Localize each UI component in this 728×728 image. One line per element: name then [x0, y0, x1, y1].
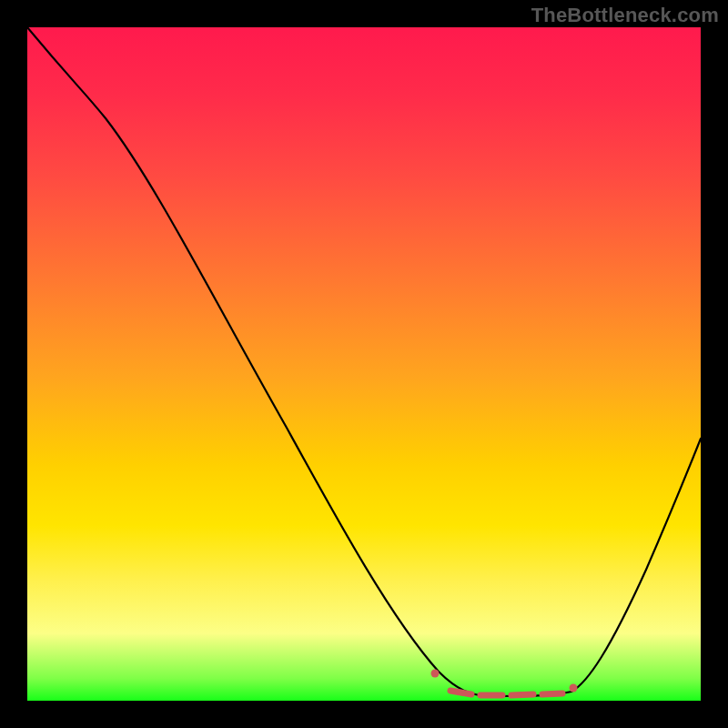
plot-area: [27, 27, 701, 701]
marker-dot-right: [570, 684, 578, 693]
marker-seg-3: [511, 694, 533, 695]
curve-path: [27, 27, 701, 696]
marker-dot-left: [431, 670, 440, 678]
bottleneck-curve: [27, 27, 701, 701]
marker-seg-1: [450, 691, 471, 694]
watermark-text: TheBottleneck.com: [531, 4, 719, 27]
marker-seg-4: [542, 693, 562, 694]
